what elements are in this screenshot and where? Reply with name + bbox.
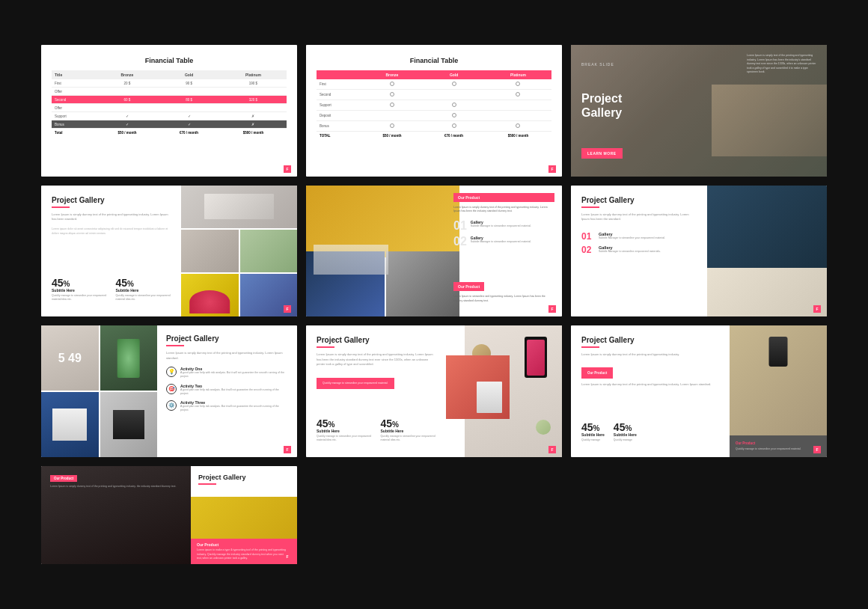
- slide9-photo-bottom: Our Product Lorem ipsum to make a type &…: [191, 497, 297, 564]
- slide9-dark-text: Lorem Ipsum is simply dummy text of the …: [50, 485, 182, 489]
- slide4-photos: [181, 186, 297, 317]
- slide5-logo: F: [548, 305, 556, 313]
- slide9mid-stat2: 45% Subtitle Here Quickly manage: [614, 422, 637, 442]
- slide8-red-label: Quickly manage to streamline your empowe…: [317, 378, 394, 389]
- slide6-photos: [707, 186, 827, 317]
- slide5-item2: 02 Gallery Subtitle Manager to streamlin…: [453, 236, 554, 248]
- slide4-title: Project Gallery: [52, 196, 171, 204]
- slide9mid-title: Project Gallery: [581, 336, 719, 344]
- photo1: [181, 186, 297, 228]
- slide6-photo-top: [707, 186, 827, 268]
- slide1-logo: F: [284, 165, 291, 173]
- slide-2: Financial Table Bronze Gold Platinum Fir…: [306, 45, 562, 177]
- slide6-logo: F: [813, 305, 821, 313]
- s7p2: [100, 325, 158, 391]
- slide9mid-stat1: 45% Subtitle Here Quickly manage: [581, 422, 605, 442]
- slide9mid-logo: F: [813, 446, 821, 453]
- slide9mid-ptext1: Lorem Ipsum is simply dummy text of the …: [581, 382, 719, 387]
- activity1-text: Activity One A good plan can help with r…: [180, 367, 288, 379]
- slide9mid-stats: 45% Subtitle Here Quickly manage 45% Sub…: [581, 422, 719, 442]
- ng-item2: 02 Gallery Subtitle Manager to streamlin…: [581, 245, 697, 254]
- slide9-right-header: Project Gallery: [191, 466, 297, 497]
- activity3-text: Activity Three A good plan can help risk…: [180, 400, 288, 413]
- slide3-side-text: Lorem Ipsum is simply text of the printi…: [747, 54, 818, 75]
- slide7-content: Project Gallery Lorem Ipsum is simply du…: [157, 325, 297, 457]
- slide-3: BREAK SLIDE ProjectGallery Lorem Ipsum i…: [571, 45, 827, 177]
- activity3-icon: ⚙️: [166, 400, 177, 411]
- slide4-content: Project Gallery Lorem Ipsum is simply du…: [41, 186, 181, 317]
- slide6-text: Lorem Ipsum is simply dummy text of the …: [581, 212, 697, 222]
- activity1: 💡 Activity One A good plan can help with…: [166, 367, 288, 379]
- activity2: 🎯 Activity Two A good plan can help risk…: [166, 384, 288, 397]
- s5-keyboard: [314, 245, 388, 275]
- slide-6: Project Gallery Lorem Ipsum is simply du…: [571, 186, 827, 317]
- col-platinum: Platinum: [220, 70, 287, 79]
- slide-9-mid: Project Gallery Lorem Ipsum is simply du…: [571, 325, 827, 457]
- slide5-text2: Lorem Ipsum to streamline and typesettin…: [453, 295, 554, 303]
- slide4-logo: F: [284, 305, 291, 313]
- slide8-stats: 45% Subtitle Here Quickly manage to stre…: [317, 418, 435, 443]
- slide9-pbo-title: Our Product: [197, 542, 291, 547]
- slide9mid-content: Project Gallery Lorem Ipsum is simply du…: [571, 325, 730, 457]
- slide6-photo-bottom: [707, 268, 827, 317]
- slide9-right-divider: [198, 483, 216, 485]
- s8-overlay-photo: [446, 355, 510, 419]
- slide4-stats: 45% Subtitle Here Quickly manage to stre…: [52, 278, 171, 302]
- s9mid-photo: [730, 325, 827, 435]
- slide9mid-badge1: Our Product: [581, 367, 613, 379]
- slide-7: 5 49 Project Gallery Lorem: [41, 325, 297, 457]
- s7p1: 5 49: [41, 325, 99, 391]
- activity2-icon: 🎯: [166, 384, 177, 394]
- slide7-logo: F: [284, 446, 291, 453]
- ng-item1: 01 Gallery Subtitle Manager to streamlin…: [581, 232, 697, 241]
- stat1: 45% Subtitle Here Quickly manage to stre…: [52, 278, 107, 302]
- slide9-dark-badge: Our Product: [50, 475, 77, 482]
- slide2-title: Financial Table: [317, 57, 551, 64]
- col-gold: Gold: [158, 70, 220, 79]
- slide6-divider: [581, 206, 599, 208]
- slide5-badge1: Our Product: [453, 193, 554, 202]
- photo2b: [240, 230, 298, 272]
- slide3-main-title: ProjectGallery: [581, 91, 816, 120]
- slide8-logo: F: [548, 446, 556, 453]
- s7p3: [41, 392, 99, 457]
- slide9-dark-panel: Our Product Lorem Ipsum is simply dummy …: [41, 466, 191, 564]
- slide4-divider: [52, 206, 70, 208]
- slide7-text: Lorem Ipsum is simply dummy text of the …: [166, 351, 288, 361]
- slide7-photos: 5 49: [41, 325, 157, 457]
- slide2-logo: F: [548, 165, 556, 173]
- slide9mid-divider: [581, 346, 599, 348]
- slide7-title: Project Gallery: [166, 334, 288, 343]
- slide8-photos: [446, 325, 562, 457]
- slide-1: Financial Table Title Bronze Gold Platin…: [41, 45, 297, 177]
- slide5-content: Our Product Lorem Ipsum is simply dummy …: [446, 186, 562, 317]
- photo3-grid: [181, 274, 297, 316]
- learn-more-button[interactable]: LEARN MORE: [581, 148, 623, 159]
- activity2-text: Activity Two A good plan can help risk a…: [180, 384, 288, 397]
- slide-4: Project Gallery Lorem Ipsum is simply du…: [41, 186, 297, 317]
- slide-grid: Financial Table Title Bronze Gold Platin…: [0, 0, 868, 609]
- photo3a: [181, 274, 239, 316]
- slide8-content: Project Gallery Lorem Ipsum is simply du…: [306, 325, 446, 457]
- slide9mid-product2: Our Product Quickly manage to streamline…: [730, 435, 827, 457]
- slide8-stat1: 45% Subtitle Here Quickly manage to stre…: [317, 418, 372, 443]
- slide8-title: Project Gallery: [317, 336, 435, 344]
- slide6-content: Project Gallery Lorem Ipsum is simply du…: [571, 186, 707, 317]
- slide4-text: Lorem Ipsum is simply dummy text of the …: [52, 212, 171, 222]
- slide9-product-overlay: Our Product Lorem ipsum to make a type &…: [191, 539, 297, 564]
- slide9-logo: F: [284, 553, 291, 560]
- slide5-text1: Lorem Ipsum is simply dummy text of the …: [453, 206, 554, 214]
- activity3: ⚙️ Activity Three A good plan can help r…: [166, 400, 288, 413]
- slide3-content: BREAK SLIDE ProjectGallery Lorem Ipsum i…: [571, 45, 827, 177]
- slide9-right-title: Project Gallery: [198, 474, 290, 481]
- slide9mid-photos: Our Product Quickly manage to streamline…: [730, 325, 827, 457]
- photo2-grid: [181, 230, 297, 272]
- slide9mid-text: Lorem Ipsum is simply dummy text of the …: [581, 352, 719, 357]
- slide-5: Our Product Lorem Ipsum is simply dummy …: [306, 186, 562, 317]
- slide7-divider: [166, 345, 184, 346]
- slide1-title: Financial Table: [52, 57, 287, 64]
- slide6-items: 01 Gallery Subtitle Manager to streamlin…: [581, 232, 697, 259]
- slide8-divider: [317, 346, 334, 348]
- slide6-title: Project Gallery: [581, 196, 697, 204]
- photo2a: [181, 230, 239, 272]
